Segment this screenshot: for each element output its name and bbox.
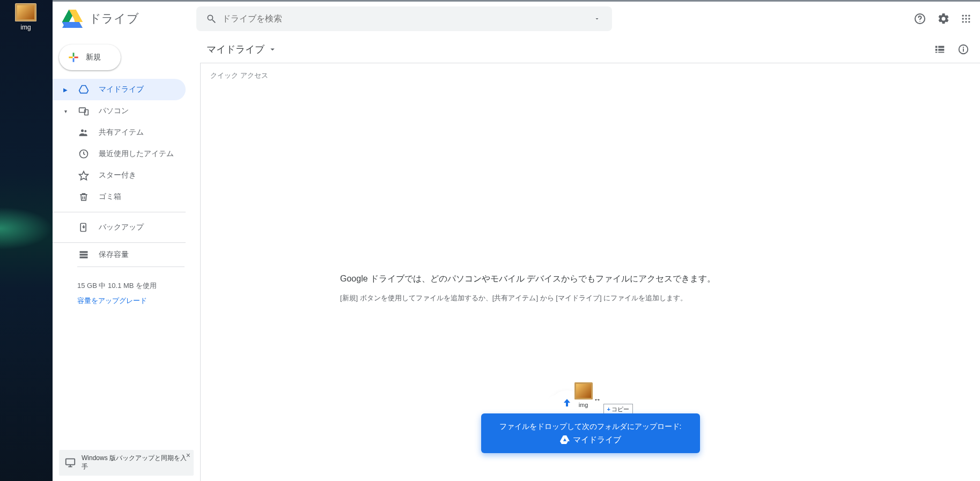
storage-label: 保存容量	[99, 250, 129, 260]
empty-state-subtitle: [新規] ボタンを使用してファイルを追加するか、[共有アイテム] から [マイド…	[340, 293, 959, 304]
location-toolbar: マイドライブ	[200, 36, 980, 63]
sidebar-item-label: 最近使用したアイテム	[99, 149, 174, 159]
sidebar-item-label: バックアップ	[99, 223, 144, 232]
trash-icon	[78, 191, 89, 202]
svg-rect-33	[935, 46, 938, 48]
storage-icon	[78, 249, 89, 260]
app-header: ドライブ	[53, 2, 980, 36]
sidebar-item-label: パソコン	[99, 106, 129, 116]
sidebar-item-label: ゴミ箱	[99, 192, 121, 202]
folder-icon	[15, 3, 36, 21]
drive-logo-icon	[62, 10, 83, 28]
svg-rect-38	[938, 52, 944, 53]
desktop-background: img	[0, 0, 53, 481]
quick-access-heading: クイック アクセス	[210, 71, 970, 80]
drop-upload-banner: ファイルをドロップして次のフォルダにアップロード: マイドライブ	[481, 413, 700, 453]
main-area: マイドライブ クイック アクセス	[200, 36, 980, 481]
backup-sync-banner[interactable]: Windows 版バックアップと同期を入手 ×	[59, 450, 194, 476]
breadcrumb[interactable]: マイドライブ	[207, 43, 277, 56]
svg-point-24	[81, 129, 84, 132]
svg-point-13	[968, 15, 970, 17]
drop-banner-line2: マイドライブ	[573, 435, 621, 445]
sidebar: 新規 ▶ マイドライブ ▾ パソコン	[53, 36, 200, 481]
svg-marker-21	[79, 86, 89, 93]
details-icon[interactable]	[957, 43, 969, 55]
header-actions	[913, 12, 971, 25]
list-view-icon[interactable]	[934, 43, 946, 55]
svg-rect-37	[935, 52, 938, 53]
svg-rect-36	[938, 49, 944, 51]
sidebar-item-label: スター付き	[99, 171, 136, 180]
settings-icon[interactable]	[937, 12, 950, 25]
svg-marker-44	[560, 441, 568, 444]
svg-point-14	[962, 18, 964, 19]
sidebar-item-trash[interactable]: ゴミ箱	[53, 186, 186, 208]
svg-point-16	[968, 18, 970, 19]
breadcrumb-label: マイドライブ	[207, 43, 264, 56]
copy-tooltip-label: コピー	[611, 406, 629, 412]
sidebar-item-my-drive[interactable]: ▶ マイドライブ	[53, 79, 186, 100]
svg-point-11	[962, 15, 964, 17]
people-icon	[78, 127, 89, 138]
divider	[53, 212, 186, 212]
apps-grid-icon[interactable]	[961, 13, 971, 24]
drive-icon	[560, 435, 570, 444]
chevron-down-icon	[268, 45, 277, 54]
monitor-icon	[64, 457, 76, 469]
brand[interactable]: ドライブ	[59, 10, 192, 28]
svg-point-25	[84, 130, 86, 132]
google-drive-app: ドライブ	[53, 0, 980, 481]
svg-point-10	[919, 21, 920, 22]
svg-point-12	[965, 15, 967, 17]
search-input[interactable]	[222, 14, 586, 24]
svg-point-19	[968, 21, 970, 23]
sidebar-item-starred[interactable]: スター付き	[53, 165, 186, 186]
caret-right-icon: ▶	[62, 87, 69, 93]
divider	[53, 242, 186, 243]
sidebar-item-shared[interactable]: 共有アイテム	[53, 122, 186, 143]
desktop-icon-label: img	[12, 24, 40, 31]
brand-label: ドライブ	[89, 11, 139, 27]
close-icon[interactable]: ×	[186, 451, 190, 460]
sidebar-item-backups[interactable]: バックアップ	[53, 217, 186, 238]
devices-icon	[78, 106, 89, 116]
content-area[interactable]: クイック アクセス Google ドライブでは、どのパソコンやモバイル デバイス…	[200, 63, 980, 481]
svg-point-18	[965, 21, 967, 23]
sync-banner-text: Windows 版バックアップと同期を入手	[82, 454, 188, 471]
svg-rect-34	[938, 46, 944, 48]
drag-preview: img ↔ +コピー	[574, 382, 593, 408]
drop-banner-line1: ファイルをドロップして次のフォルダにアップロード:	[499, 422, 682, 432]
backup-icon	[78, 222, 89, 233]
svg-point-17	[962, 21, 964, 23]
star-icon	[78, 170, 89, 181]
sidebar-item-computers[interactable]: ▾ パソコン	[53, 100, 186, 122]
new-button[interactable]: 新規	[59, 45, 121, 70]
sidebar-item-label: マイドライブ	[99, 85, 144, 94]
svg-rect-32	[66, 459, 75, 465]
svg-rect-30	[80, 254, 88, 255]
storage-usage-text: 15 GB 中 10.1 MB を使用	[77, 281, 185, 291]
svg-rect-35	[935, 49, 938, 51]
empty-state: Google ドライブでは、どのパソコンやモバイル デバイスからでもファイルにア…	[340, 272, 959, 304]
svg-rect-31	[80, 256, 88, 258]
svg-marker-27	[79, 172, 89, 180]
search-icon	[201, 13, 222, 24]
caret-down-icon: ▾	[62, 108, 69, 114]
empty-state-title: Google ドライブでは、どのパソコンやモバイル デバイスからでもファイルにア…	[340, 272, 959, 285]
search-options-icon[interactable]	[586, 16, 608, 22]
storage-upgrade-link[interactable]: 容量をアップグレード	[77, 296, 185, 306]
sidebar-item-label: 共有アイテム	[99, 128, 144, 137]
drag-folder-label: img	[574, 402, 593, 408]
help-icon[interactable]	[913, 12, 926, 25]
clock-icon	[78, 149, 89, 159]
plus-icon	[67, 50, 80, 64]
svg-rect-29	[80, 251, 88, 253]
sidebar-item-recent[interactable]: 最近使用したアイテム	[53, 143, 186, 165]
move-cursor-icon: ↔	[594, 395, 601, 404]
svg-point-15	[965, 18, 967, 19]
desktop-folder-img[interactable]: img	[12, 3, 40, 31]
search-bar[interactable]	[196, 6, 612, 31]
sidebar-item-storage[interactable]: 保存容量	[53, 247, 200, 262]
drive-icon	[78, 84, 89, 95]
folder-icon	[574, 382, 593, 399]
